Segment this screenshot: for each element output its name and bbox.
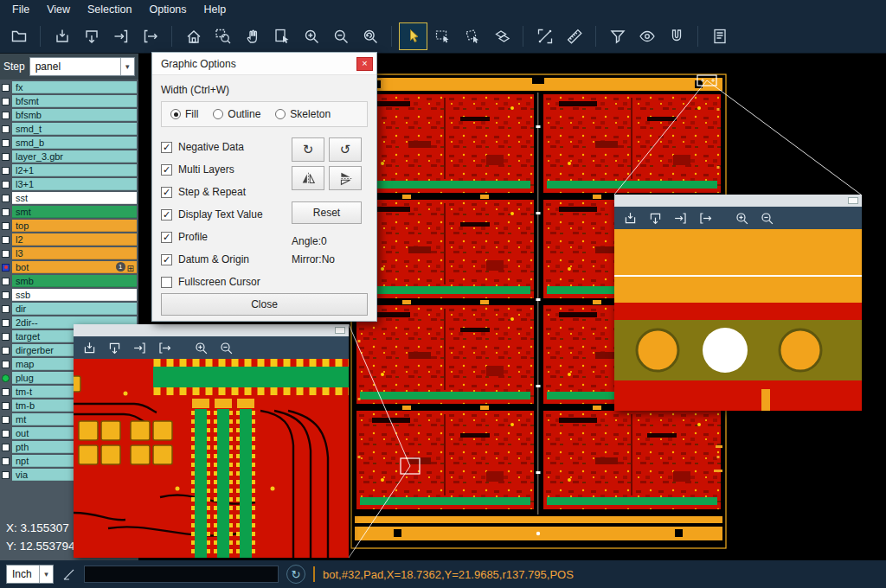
layer-row[interactable]: top bbox=[0, 219, 138, 233]
layer-row[interactable]: layer_3.gbr bbox=[0, 150, 138, 163]
select-window-button[interactable] bbox=[429, 23, 456, 49]
layer-visibility-checkbox[interactable] bbox=[2, 430, 10, 438]
window-control-icon[interactable] bbox=[335, 327, 345, 334]
option-checkbox-row[interactable]: Step & Repeat bbox=[161, 181, 292, 203]
mirror-horizontal-button[interactable] bbox=[292, 166, 324, 190]
magnifier-titlebar[interactable] bbox=[614, 195, 862, 207]
layer-visibility-checkbox[interactable] bbox=[2, 112, 10, 119]
zoom-out-button[interactable] bbox=[215, 338, 236, 357]
menu-item[interactable]: Options bbox=[140, 0, 195, 19]
option-checkbox-row[interactable]: Negative Data bbox=[161, 136, 292, 158]
layer-cell[interactable]: smd_b bbox=[12, 137, 137, 149]
layer-row[interactable]: l3+1 bbox=[0, 177, 138, 191]
layer-row[interactable]: dir bbox=[0, 302, 138, 316]
layer-row[interactable]: fx bbox=[0, 80, 138, 94]
step-in-button[interactable] bbox=[107, 23, 134, 49]
import-top-button[interactable] bbox=[79, 338, 100, 357]
layer-visibility-checkbox[interactable] bbox=[2, 347, 10, 355]
import-bottom-button[interactable] bbox=[104, 338, 125, 357]
import-top-button[interactable] bbox=[48, 23, 75, 49]
menu-item[interactable]: File bbox=[3, 0, 38, 19]
layer-visibility-checkbox[interactable] bbox=[2, 264, 10, 272]
layer-visibility-checkbox[interactable] bbox=[2, 236, 10, 244]
import-bottom-button[interactable] bbox=[78, 23, 105, 49]
step-in-button[interactable] bbox=[670, 208, 690, 227]
layer-visibility-checkbox[interactable] bbox=[2, 361, 10, 368]
dialog-close-button[interactable]: Close bbox=[161, 293, 368, 316]
layer-cell[interactable]: bot 1 bbox=[12, 261, 137, 273]
reset-button[interactable]: Reset bbox=[292, 201, 362, 224]
layer-cell[interactable]: smb bbox=[12, 275, 137, 287]
zoom-previous-button[interactable] bbox=[356, 23, 383, 49]
layer-visibility-checkbox[interactable] bbox=[2, 250, 10, 258]
zoom-in-button[interactable] bbox=[190, 338, 211, 357]
rotate-cw-button[interactable]: ↻ bbox=[292, 137, 324, 162]
command-input[interactable] bbox=[84, 566, 279, 583]
layer-cell[interactable]: bfsmt bbox=[12, 95, 137, 107]
layer-row[interactable]: bot 1 bbox=[0, 260, 138, 274]
layer-visibility-checkbox[interactable] bbox=[2, 125, 10, 133]
layer-row[interactable]: smd_t bbox=[0, 122, 138, 136]
layer-visibility-checkbox[interactable] bbox=[2, 388, 10, 396]
filter-button[interactable] bbox=[604, 23, 631, 49]
step-select[interactable]: panel ▾ bbox=[29, 57, 135, 76]
sheet-cursor-button[interactable] bbox=[268, 23, 295, 49]
layer-cell[interactable]: l3+1 bbox=[12, 178, 137, 190]
layer-cell[interactable]: dir bbox=[12, 303, 137, 315]
option-checkbox-row[interactable]: Display Text Value bbox=[161, 203, 292, 226]
layer-row[interactable]: l2+1 bbox=[0, 163, 138, 177]
layer-visibility-checkbox[interactable] bbox=[2, 291, 10, 299]
open-button[interactable] bbox=[5, 23, 32, 49]
ruler-button[interactable] bbox=[561, 23, 587, 49]
layer-cell[interactable]: l3 bbox=[12, 247, 137, 259]
menu-item[interactable]: Help bbox=[196, 0, 235, 19]
layer-visibility-checkbox[interactable] bbox=[2, 208, 10, 216]
menu-item[interactable]: Selection bbox=[79, 0, 140, 19]
pan-button[interactable] bbox=[239, 23, 266, 49]
transfer-layers-button[interactable] bbox=[488, 23, 515, 49]
view-options-button[interactable] bbox=[633, 23, 660, 49]
layer-row[interactable]: sst bbox=[0, 191, 138, 205]
zoom-out-button[interactable] bbox=[327, 23, 354, 49]
layer-visibility-checkbox[interactable] bbox=[2, 319, 10, 327]
option-checkbox-row[interactable]: Datum & Origin bbox=[161, 248, 292, 271]
layer-visibility-checkbox[interactable] bbox=[2, 402, 10, 410]
snap-button[interactable] bbox=[663, 23, 690, 49]
layer-visibility-checkbox[interactable] bbox=[2, 444, 10, 451]
layer-visibility-checkbox[interactable] bbox=[2, 471, 10, 479]
option-checkbox-row[interactable]: Multi Layers bbox=[161, 158, 292, 181]
layer-row[interactable]: ssb bbox=[0, 288, 138, 302]
layer-row[interactable]: bfsmb bbox=[0, 108, 138, 122]
layer-cell[interactable]: ssb bbox=[12, 289, 137, 301]
unit-select[interactable]: Inch ▾ bbox=[6, 565, 54, 584]
zoom-out-button[interactable] bbox=[756, 208, 777, 227]
layer-visibility-checkbox[interactable] bbox=[2, 139, 10, 147]
layer-visibility-checkbox[interactable] bbox=[2, 84, 10, 92]
layer-visibility-checkbox[interactable] bbox=[2, 333, 10, 341]
magnified-pcb-detail[interactable] bbox=[74, 359, 349, 558]
zoom-window-button[interactable] bbox=[209, 23, 236, 49]
layer-visibility-checkbox[interactable] bbox=[2, 457, 10, 465]
layer-row[interactable]: smd_b bbox=[0, 136, 138, 150]
layer-cell[interactable]: smd_t bbox=[12, 123, 137, 135]
layer-visibility-checkbox[interactable] bbox=[2, 374, 10, 382]
layer-visibility-checkbox[interactable] bbox=[2, 222, 10, 230]
step-out-button[interactable] bbox=[137, 23, 164, 49]
layer-cell[interactable]: bfsmb bbox=[12, 109, 137, 121]
layer-cell[interactable]: l2 bbox=[12, 233, 137, 246]
select-tool-button[interactable] bbox=[400, 23, 427, 49]
layer-cell[interactable]: fx bbox=[12, 81, 137, 93]
layer-cell[interactable]: l2+1 bbox=[12, 164, 137, 176]
layer-row[interactable]: bfsmt bbox=[0, 94, 138, 108]
home-view-button[interactable] bbox=[180, 23, 207, 49]
mirror-vertical-button[interactable] bbox=[329, 166, 362, 190]
refresh-button[interactable]: ↻ bbox=[286, 565, 305, 584]
width-mode-radio[interactable]: Fill bbox=[170, 108, 198, 120]
layer-visibility-checkbox[interactable] bbox=[2, 195, 10, 202]
import-top-button[interactable] bbox=[620, 208, 640, 227]
close-icon[interactable]: × bbox=[356, 57, 373, 71]
layer-visibility-checkbox[interactable] bbox=[2, 98, 10, 105]
layer-cell[interactable]: smt bbox=[12, 206, 137, 218]
window-control-icon[interactable] bbox=[848, 197, 858, 204]
step-out-button[interactable] bbox=[695, 208, 716, 227]
